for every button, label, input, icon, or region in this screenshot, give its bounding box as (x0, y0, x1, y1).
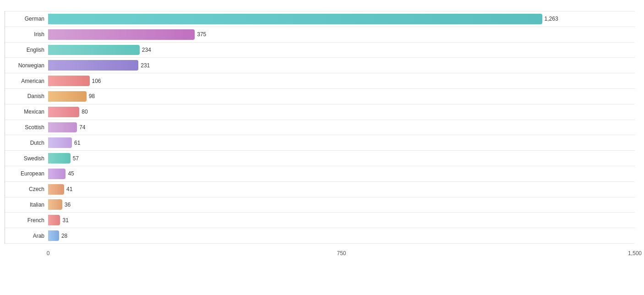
bar-track: 61 (48, 135, 635, 150)
bar-row: Irish375 (5, 27, 635, 43)
bar-row: French31 (5, 213, 635, 228)
bar-value: 231 (141, 62, 150, 69)
bar-fill (48, 215, 60, 225)
bar-fill (48, 230, 59, 241)
bar-label: American (5, 78, 48, 84)
axis-tick-label: 750 (337, 250, 346, 257)
bar-track: 41 (48, 182, 635, 197)
bar-track: 1,263 (48, 11, 635, 27)
bar-fill (48, 184, 64, 195)
bar-row: Scottish74 (5, 120, 635, 136)
bar-track: 231 (48, 58, 635, 73)
bar-track: 57 (48, 151, 635, 166)
axis-labels: 07501,500 (48, 246, 635, 257)
bar-fill (48, 122, 77, 133)
bar-value: 234 (142, 47, 151, 53)
bar-value: 61 (74, 140, 80, 146)
bar-row: Dutch61 (5, 135, 635, 151)
bar-row: Danish98 (5, 89, 635, 104)
bar-track: 234 (48, 43, 635, 58)
bar-track: 36 (48, 197, 635, 213)
bar-label: English (5, 47, 48, 53)
bar-fill (48, 45, 140, 55)
bar-row: Mexican80 (5, 104, 635, 120)
bar-track: 98 (48, 89, 635, 104)
bar-fill (48, 91, 87, 102)
bar-row: Arab28 (5, 228, 635, 244)
bar-value: 45 (68, 170, 74, 177)
bar-track: 45 (48, 166, 635, 181)
bar-label: French (5, 217, 48, 224)
bar-label: Irish (5, 31, 48, 38)
bar-row: Czech41 (5, 182, 635, 197)
bar-label: Czech (5, 186, 48, 192)
bar-value: 80 (82, 109, 87, 115)
bar-value: 74 (79, 124, 85, 131)
bar-label: Danish (5, 93, 48, 99)
bar-row: European45 (5, 166, 635, 182)
bar-value: 41 (66, 186, 72, 192)
bar-label: Norwegian (5, 62, 48, 69)
bar-label: Italian (5, 202, 48, 208)
axis-tick-label: 1,500 (628, 250, 642, 257)
grid-line (5, 11, 5, 244)
bar-label: Swedish (5, 155, 48, 162)
bar-track: 74 (48, 120, 635, 135)
bar-label: Scottish (5, 124, 48, 131)
bar-fill (48, 107, 79, 117)
bar-track: 80 (48, 104, 635, 120)
bar-fill (48, 153, 71, 164)
bar-row: English234 (5, 43, 635, 58)
bar-fill (48, 14, 542, 24)
bar-fill (48, 29, 195, 40)
bar-value: 28 (61, 233, 67, 239)
bar-label: Mexican (5, 109, 48, 115)
bar-fill (48, 137, 72, 148)
chart-area: German1,263Irish375English234Norwegian23… (5, 11, 635, 257)
chart-container: German1,263Irish375English234Norwegian23… (0, 0, 644, 295)
bar-value: 1,263 (545, 16, 558, 22)
bar-row: Italian36 (5, 197, 635, 213)
bar-track: 375 (48, 27, 635, 42)
bar-value: 98 (89, 93, 95, 99)
bar-track: 106 (48, 73, 635, 88)
bar-value: 36 (65, 202, 71, 208)
bar-value: 375 (197, 31, 206, 38)
bar-fill (48, 60, 138, 71)
bar-label: Dutch (5, 140, 48, 146)
bar-value: 106 (92, 78, 101, 84)
bar-track: 28 (48, 228, 635, 243)
bar-fill (48, 199, 62, 210)
bars-wrapper: German1,263Irish375English234Norwegian23… (5, 11, 635, 244)
bar-track: 31 (48, 213, 635, 228)
bar-fill (48, 169, 65, 179)
bar-label: European (5, 170, 48, 177)
axis-tick-label: 0 (47, 250, 50, 257)
bar-row: Swedish57 (5, 151, 635, 166)
bar-value: 31 (62, 217, 68, 224)
bar-label: Arab (5, 233, 48, 239)
bar-row: German1,263 (5, 11, 635, 27)
bar-label: German (5, 16, 48, 22)
bar-fill (48, 76, 90, 86)
bar-row: American106 (5, 73, 635, 89)
bar-value: 57 (73, 155, 79, 162)
bar-row: Norwegian231 (5, 58, 635, 73)
